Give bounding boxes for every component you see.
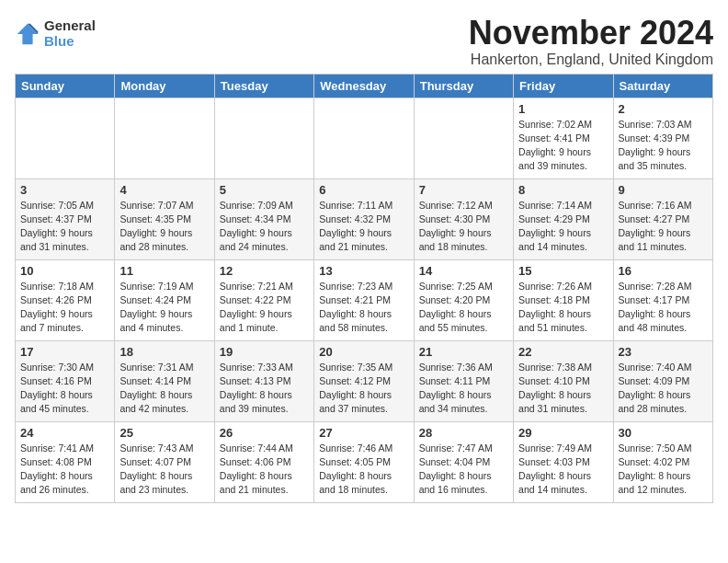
calendar-header-tuesday: Tuesday <box>214 74 313 98</box>
calendar-cell: 11Sunrise: 7:19 AM Sunset: 4:24 PM Dayli… <box>115 259 214 340</box>
day-info: Sunrise: 7:03 AM Sunset: 4:39 PM Dayligh… <box>619 118 708 174</box>
day-number: 29 <box>518 426 608 440</box>
day-info: Sunrise: 7:33 AM Sunset: 4:13 PM Dayligh… <box>220 361 309 417</box>
calendar-cell: 9Sunrise: 7:16 AM Sunset: 4:27 PM Daylig… <box>613 178 712 259</box>
calendar-cell: 5Sunrise: 7:09 AM Sunset: 4:34 PM Daylig… <box>214 178 313 259</box>
day-number: 11 <box>119 264 209 278</box>
day-number: 14 <box>419 264 508 278</box>
day-number: 28 <box>419 426 508 440</box>
day-info: Sunrise: 7:05 AM Sunset: 4:37 PM Dayligh… <box>20 199 109 255</box>
calendar-header-saturday: Saturday <box>613 74 712 98</box>
calendar-cell: 25Sunrise: 7:43 AM Sunset: 4:07 PM Dayli… <box>115 421 214 502</box>
day-info: Sunrise: 7:19 AM Sunset: 4:24 PM Dayligh… <box>119 280 209 336</box>
calendar-table: SundayMondayTuesdayWednesdayThursdayFrid… <box>15 74 713 503</box>
day-number: 20 <box>319 345 408 359</box>
calendar-week-row: 24Sunrise: 7:41 AM Sunset: 4:08 PM Dayli… <box>16 421 713 502</box>
calendar-week-row: 3Sunrise: 7:05 AM Sunset: 4:37 PM Daylig… <box>16 178 713 259</box>
calendar-cell <box>214 98 313 178</box>
day-number: 26 <box>220 426 309 440</box>
day-number: 21 <box>419 345 508 359</box>
calendar-cell: 3Sunrise: 7:05 AM Sunset: 4:37 PM Daylig… <box>16 178 115 259</box>
calendar-cell: 26Sunrise: 7:44 AM Sunset: 4:06 PM Dayli… <box>214 421 313 502</box>
logo-icon <box>15 21 40 47</box>
calendar-header-friday: Friday <box>514 74 613 98</box>
title-block: November 2024 Hankerton, England, United… <box>469 15 713 68</box>
calendar-cell: 18Sunrise: 7:31 AM Sunset: 4:14 PM Dayli… <box>115 340 214 421</box>
day-number: 30 <box>619 426 708 440</box>
day-number: 18 <box>119 345 209 359</box>
calendar-cell: 28Sunrise: 7:47 AM Sunset: 4:04 PM Dayli… <box>414 421 513 502</box>
calendar-cell: 16Sunrise: 7:28 AM Sunset: 4:17 PM Dayli… <box>613 259 712 340</box>
day-number: 12 <box>220 264 309 278</box>
day-info: Sunrise: 7:21 AM Sunset: 4:22 PM Dayligh… <box>220 280 309 336</box>
day-info: Sunrise: 7:44 AM Sunset: 4:06 PM Dayligh… <box>220 442 309 498</box>
day-number: 13 <box>319 264 408 278</box>
calendar-cell: 12Sunrise: 7:21 AM Sunset: 4:22 PM Dayli… <box>214 259 313 340</box>
day-number: 3 <box>20 183 109 197</box>
day-info: Sunrise: 7:26 AM Sunset: 4:18 PM Dayligh… <box>518 280 608 336</box>
day-info: Sunrise: 7:41 AM Sunset: 4:08 PM Dayligh… <box>20 442 109 498</box>
calendar-header-thursday: Thursday <box>414 74 513 98</box>
location-subtitle: Hankerton, England, United Kingdom <box>469 52 713 68</box>
day-info: Sunrise: 7:36 AM Sunset: 4:11 PM Dayligh… <box>419 361 508 417</box>
day-info: Sunrise: 7:46 AM Sunset: 4:05 PM Dayligh… <box>319 442 408 498</box>
calendar-cell: 8Sunrise: 7:14 AM Sunset: 4:29 PM Daylig… <box>514 178 613 259</box>
day-number: 27 <box>319 426 408 440</box>
calendar-cell <box>414 98 513 178</box>
day-number: 4 <box>119 183 209 197</box>
calendar-week-row: 17Sunrise: 7:30 AM Sunset: 4:16 PM Dayli… <box>16 340 713 421</box>
calendar-cell: 19Sunrise: 7:33 AM Sunset: 4:13 PM Dayli… <box>214 340 313 421</box>
calendar-cell: 17Sunrise: 7:30 AM Sunset: 4:16 PM Dayli… <box>16 340 115 421</box>
calendar-header-sunday: Sunday <box>16 74 115 98</box>
svg-marker-0 <box>17 23 38 43</box>
day-info: Sunrise: 7:31 AM Sunset: 4:14 PM Dayligh… <box>119 361 209 417</box>
day-info: Sunrise: 7:30 AM Sunset: 4:16 PM Dayligh… <box>20 361 109 417</box>
day-info: Sunrise: 7:49 AM Sunset: 4:03 PM Dayligh… <box>518 442 608 498</box>
calendar-cell: 23Sunrise: 7:40 AM Sunset: 4:09 PM Dayli… <box>613 340 712 421</box>
day-info: Sunrise: 7:25 AM Sunset: 4:20 PM Dayligh… <box>419 280 508 336</box>
day-number: 7 <box>419 183 508 197</box>
calendar-header-monday: Monday <box>115 74 214 98</box>
calendar-cell: 15Sunrise: 7:26 AM Sunset: 4:18 PM Dayli… <box>514 259 613 340</box>
day-number: 5 <box>220 183 309 197</box>
calendar-cell: 13Sunrise: 7:23 AM Sunset: 4:21 PM Dayli… <box>314 259 414 340</box>
day-number: 22 <box>518 345 608 359</box>
calendar-cell: 7Sunrise: 7:12 AM Sunset: 4:30 PM Daylig… <box>414 178 513 259</box>
day-info: Sunrise: 7:09 AM Sunset: 4:34 PM Dayligh… <box>220 199 309 255</box>
day-info: Sunrise: 7:02 AM Sunset: 4:41 PM Dayligh… <box>518 118 608 174</box>
day-info: Sunrise: 7:28 AM Sunset: 4:17 PM Dayligh… <box>619 280 708 336</box>
day-info: Sunrise: 7:16 AM Sunset: 4:27 PM Dayligh… <box>619 199 708 255</box>
calendar-week-row: 10Sunrise: 7:18 AM Sunset: 4:26 PM Dayli… <box>16 259 713 340</box>
calendar-cell: 10Sunrise: 7:18 AM Sunset: 4:26 PM Dayli… <box>16 259 115 340</box>
day-number: 25 <box>119 426 209 440</box>
day-info: Sunrise: 7:12 AM Sunset: 4:30 PM Dayligh… <box>419 199 508 255</box>
day-number: 16 <box>619 264 708 278</box>
calendar-cell <box>16 98 115 178</box>
day-info: Sunrise: 7:18 AM Sunset: 4:26 PM Dayligh… <box>20 280 109 336</box>
calendar-cell: 4Sunrise: 7:07 AM Sunset: 4:35 PM Daylig… <box>115 178 214 259</box>
month-title: November 2024 <box>469 15 713 52</box>
day-info: Sunrise: 7:07 AM Sunset: 4:35 PM Dayligh… <box>119 199 209 255</box>
calendar-cell: 24Sunrise: 7:41 AM Sunset: 4:08 PM Dayli… <box>16 421 115 502</box>
day-number: 1 <box>518 102 608 116</box>
day-info: Sunrise: 7:43 AM Sunset: 4:07 PM Dayligh… <box>119 442 209 498</box>
day-number: 15 <box>518 264 608 278</box>
calendar-cell <box>115 98 214 178</box>
calendar-week-row: 1Sunrise: 7:02 AM Sunset: 4:41 PM Daylig… <box>16 98 713 178</box>
calendar-cell: 1Sunrise: 7:02 AM Sunset: 4:41 PM Daylig… <box>514 98 613 178</box>
calendar-cell: 27Sunrise: 7:46 AM Sunset: 4:05 PM Dayli… <box>314 421 414 502</box>
day-number: 23 <box>619 345 708 359</box>
logo-blue-text: Blue <box>44 34 96 50</box>
header: General Blue November 2024 Hankerton, En… <box>15 15 713 68</box>
calendar-cell: 21Sunrise: 7:36 AM Sunset: 4:11 PM Dayli… <box>414 340 513 421</box>
calendar-cell <box>314 98 414 178</box>
day-number: 24 <box>20 426 109 440</box>
day-number: 19 <box>220 345 309 359</box>
day-number: 9 <box>619 183 708 197</box>
logo: General Blue <box>15 18 96 49</box>
day-number: 8 <box>518 183 608 197</box>
day-info: Sunrise: 7:14 AM Sunset: 4:29 PM Dayligh… <box>518 199 608 255</box>
calendar-cell: 6Sunrise: 7:11 AM Sunset: 4:32 PM Daylig… <box>314 178 414 259</box>
calendar-header-row: SundayMondayTuesdayWednesdayThursdayFrid… <box>16 74 713 98</box>
day-info: Sunrise: 7:47 AM Sunset: 4:04 PM Dayligh… <box>419 442 508 498</box>
